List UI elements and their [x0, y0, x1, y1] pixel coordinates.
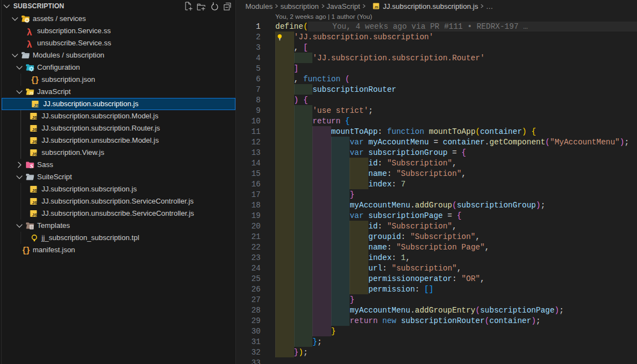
svg-text:JS: JS	[32, 212, 38, 217]
svg-text:JS: JS	[34, 103, 39, 108]
svg-text:JS: JS	[32, 188, 38, 193]
svg-text:S: S	[30, 163, 33, 169]
svg-text:JS: JS	[32, 152, 38, 157]
svg-text:}: }	[25, 246, 30, 254]
svg-text:JS: JS	[32, 139, 38, 144]
svg-text:JS: JS	[32, 127, 38, 132]
svg-text:}: }	[34, 76, 39, 84]
svg-text:JS: JS	[374, 5, 379, 9]
svg-text:JS: JS	[32, 115, 38, 120]
svg-text:JS: JS	[32, 200, 38, 205]
svg-text:JS: JS	[29, 91, 34, 95]
